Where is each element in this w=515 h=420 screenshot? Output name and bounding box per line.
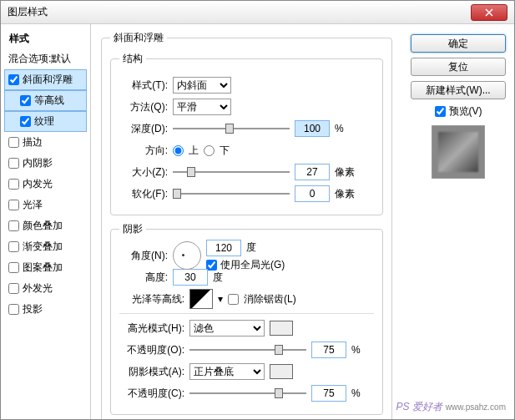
highlight-opacity-input[interactable]	[311, 342, 346, 358]
sidebar-item-checkbox[interactable]	[8, 220, 19, 231]
shadow-mode-label: 阴影模式(A):	[119, 365, 184, 379]
size-input[interactable]	[295, 164, 330, 180]
gloss-label: 光泽等高线:	[119, 292, 184, 306]
size-label: 大小(Z):	[119, 165, 168, 180]
highlight-color-swatch[interactable]	[270, 321, 293, 336]
sidebar-item-label: 描边	[23, 135, 43, 149]
highlight-mode-select[interactable]: 滤色	[189, 320, 265, 337]
chevron-down-icon[interactable]: ▾	[218, 293, 223, 305]
sidebar-item-checkbox[interactable]	[8, 158, 19, 169]
dialog-title: 图层样式	[8, 5, 471, 19]
soften-label: 软化(F):	[119, 187, 168, 201]
sidebar-item[interactable]: 描边	[4, 132, 87, 153]
main-panel: 斜面和浮雕 结构 样式(T): 内斜面 方法(Q): 平滑 深度(D):	[91, 24, 402, 419]
gloss-contour-picker[interactable]	[189, 289, 213, 309]
sidebar-item-label: 纹理	[34, 114, 54, 129]
sidebar-item[interactable]: 等高线	[4, 90, 87, 111]
shadow-mode-select[interactable]: 正片叠底	[189, 363, 265, 380]
sidebar-item-label: 投影	[23, 302, 43, 316]
soften-slider[interactable]	[173, 186, 290, 201]
altitude-input[interactable]	[173, 269, 208, 286]
sidebar-item-checkbox[interactable]	[20, 116, 31, 127]
cancel-button[interactable]: 复位	[411, 58, 506, 76]
structure-group: 结构 样式(T): 内斜面 方法(Q): 平滑 深度(D): %	[110, 52, 383, 215]
sidebar-item-checkbox[interactable]	[8, 304, 19, 315]
sidebar-item-checkbox[interactable]	[8, 200, 19, 210]
depth-label: 深度(D):	[119, 122, 168, 136]
new-style-button[interactable]: 新建样式(W)...	[411, 81, 506, 99]
bevel-section: 斜面和浮雕 结构 样式(T): 内斜面 方法(Q): 平滑 深度(D):	[101, 31, 392, 419]
sidebar-item-label: 内阴影	[23, 156, 53, 170]
sidebar-item[interactable]: 颜色叠加	[4, 215, 87, 236]
sidebar-item-checkbox[interactable]	[8, 283, 19, 294]
sidebar-item-label: 内发光	[23, 177, 53, 191]
shadow-opacity-input[interactable]	[311, 385, 346, 402]
style-select[interactable]: 内斜面	[173, 77, 231, 94]
sidebar-item-checkbox[interactable]	[20, 95, 31, 106]
sidebar-blend-options[interactable]: 混合选项:默认	[4, 48, 87, 69]
sidebar-item-label: 外发光	[23, 281, 53, 296]
sidebar-item[interactable]: 投影	[4, 299, 87, 320]
soften-input[interactable]	[295, 185, 330, 202]
sidebar-item-checkbox[interactable]	[8, 137, 19, 148]
angle-input[interactable]	[206, 240, 241, 256]
section-title: 斜面和浮雕	[110, 31, 167, 45]
shading-group: 阴影 角度(N): 度 使用全局光(G)	[110, 222, 383, 415]
direction-down-radio[interactable]	[204, 145, 215, 156]
style-label: 样式(T):	[119, 78, 168, 93]
highlight-opacity-slider[interactable]	[189, 342, 306, 357]
sidebar-item[interactable]: 内阴影	[4, 153, 87, 174]
close-button[interactable]	[471, 4, 507, 21]
sidebar-item[interactable]: 纹理	[4, 111, 87, 132]
watermark: PS 爱好者 www.psahz.com	[396, 400, 506, 414]
sidebar-item-checkbox[interactable]	[8, 74, 19, 85]
sidebar-item-label: 等高线	[34, 94, 64, 108]
ok-button[interactable]: 确定	[411, 34, 506, 53]
sidebar-header: 样式	[4, 29, 87, 48]
altitude-label: 高度:	[119, 271, 168, 285]
layer-style-dialog: 图层样式 样式 混合选项:默认 斜面和浮雕等高线纹理描边内阴影内发光光泽颜色叠加…	[0, 0, 515, 420]
sidebar-item-label: 斜面和浮雕	[23, 73, 73, 87]
sidebar-item-label: 颜色叠加	[23, 219, 63, 233]
watermark-brand: PS 爱好者	[396, 400, 442, 414]
sidebar-item[interactable]: 外发光	[4, 278, 87, 299]
right-panel: 确定 复位 新建样式(W)... 预览(V)	[402, 24, 514, 419]
depth-input[interactable]	[295, 120, 330, 137]
antialias-checkbox[interactable]	[228, 294, 239, 305]
shadow-opacity-slider[interactable]	[189, 386, 306, 401]
sidebar-item[interactable]: 斜面和浮雕	[4, 69, 87, 90]
preview-checkbox[interactable]	[435, 106, 446, 117]
sidebar-item[interactable]: 图案叠加	[4, 257, 87, 278]
sidebar-item[interactable]: 内发光	[4, 174, 87, 195]
watermark-url: www.psahz.com	[446, 402, 506, 412]
shadow-color-swatch[interactable]	[270, 364, 293, 379]
size-slider[interactable]	[173, 164, 290, 180]
highlight-opacity-label: 不透明度(O):	[119, 343, 184, 357]
shadow-opacity-label: 不透明度(C):	[119, 387, 184, 401]
method-select[interactable]: 平滑	[173, 99, 231, 115]
depth-slider[interactable]	[173, 121, 290, 136]
styles-sidebar: 样式 混合选项:默认 斜面和浮雕等高线纹理描边内阴影内发光光泽颜色叠加渐变叠加图…	[1, 24, 91, 419]
angle-control[interactable]	[173, 241, 201, 270]
sidebar-item-label: 光泽	[23, 198, 43, 212]
direction-label: 方向:	[119, 144, 168, 158]
preview-thumbnail	[432, 125, 485, 179]
method-label: 方法(Q):	[119, 100, 168, 114]
titlebar[interactable]: 图层样式	[1, 1, 514, 24]
close-icon	[485, 8, 493, 17]
sidebar-item-label: 渐变叠加	[23, 240, 63, 254]
highlight-mode-label: 高光模式(H):	[119, 321, 184, 336]
direction-up-radio[interactable]	[173, 145, 184, 156]
sidebar-item[interactable]: 渐变叠加	[4, 236, 87, 257]
sidebar-item-checkbox[interactable]	[8, 179, 19, 190]
sidebar-item[interactable]: 光泽	[4, 195, 87, 215]
angle-label: 角度(N):	[119, 249, 168, 263]
sidebar-item-checkbox[interactable]	[8, 262, 19, 273]
sidebar-item-checkbox[interactable]	[8, 241, 19, 252]
sidebar-item-label: 图案叠加	[23, 261, 63, 275]
